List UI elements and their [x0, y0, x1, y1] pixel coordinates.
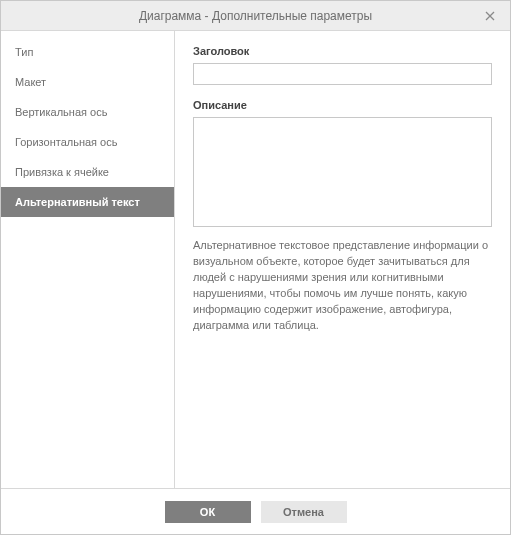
ok-button[interactable]: ОК — [165, 501, 251, 523]
sidebar-item-label: Альтернативный текст — [15, 196, 140, 208]
sidebar-item-label: Вертикальная ось — [15, 106, 107, 118]
title-label: Заголовок — [193, 45, 492, 57]
sidebar-item-label: Горизонтальная ось — [15, 136, 117, 148]
close-icon[interactable] — [476, 1, 504, 31]
sidebar-item-horizontal-axis[interactable]: Горизонтальная ось — [1, 127, 174, 157]
sidebar-item-label: Привязка к ячейке — [15, 166, 109, 178]
dialog: Диаграмма - Дополнительные параметры Тип… — [0, 0, 511, 535]
sidebar: Тип Макет Вертикальная ось Горизонтальна… — [1, 31, 175, 488]
sidebar-item-type[interactable]: Тип — [1, 37, 174, 67]
sidebar-item-layout[interactable]: Макет — [1, 67, 174, 97]
sidebar-item-cell-anchor[interactable]: Привязка к ячейке — [1, 157, 174, 187]
sidebar-item-vertical-axis[interactable]: Вертикальная ось — [1, 97, 174, 127]
footer: ОК Отмена — [1, 488, 510, 534]
sidebar-item-alt-text[interactable]: Альтернативный текст — [1, 187, 174, 217]
cancel-button[interactable]: Отмена — [261, 501, 347, 523]
description-textarea[interactable] — [193, 117, 492, 227]
help-text: Альтернативное текстовое представление и… — [193, 237, 492, 333]
dialog-title: Диаграмма - Дополнительные параметры — [1, 9, 510, 23]
sidebar-item-label: Макет — [15, 76, 46, 88]
description-label: Описание — [193, 99, 492, 111]
content-panel: Заголовок Описание Альтернативное тексто… — [175, 31, 510, 488]
title-input[interactable] — [193, 63, 492, 85]
dialog-body: Тип Макет Вертикальная ось Горизонтальна… — [1, 31, 510, 488]
sidebar-item-label: Тип — [15, 46, 33, 58]
titlebar: Диаграмма - Дополнительные параметры — [1, 1, 510, 31]
